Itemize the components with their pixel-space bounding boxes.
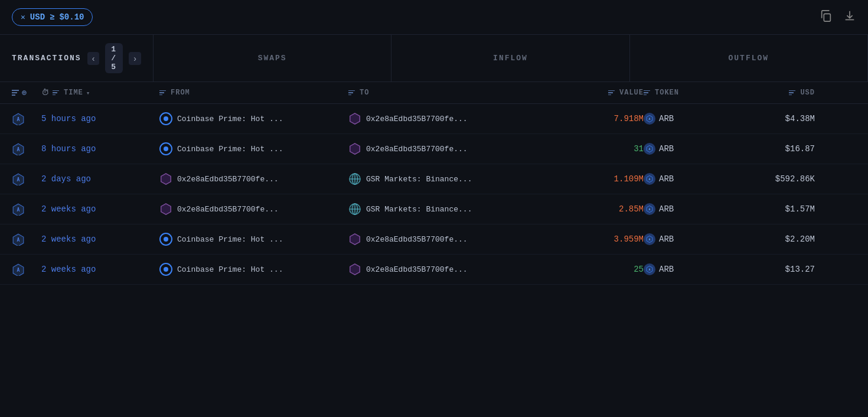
svg-marker-8 bbox=[350, 144, 360, 154]
svg-text:A: A bbox=[649, 177, 651, 181]
page-indicator: 1 / 5 bbox=[105, 43, 123, 73]
row-to[interactable]: GSR Markets: Binance... bbox=[348, 203, 549, 216]
row-from[interactable]: 0x2e8aEdbd35B7700fe... bbox=[159, 172, 348, 185]
table-row[interactable]: A 2 days ago 0x2e8aEdbd35B7700fe... GSR … bbox=[0, 164, 868, 194]
svg-text:A: A bbox=[17, 117, 20, 122]
coinbase-icon bbox=[159, 112, 172, 125]
row-time: 2 weeks ago bbox=[41, 204, 159, 214]
col-header-icons: ⊕ bbox=[12, 88, 41, 97]
svg-text:A: A bbox=[17, 177, 20, 183]
svg-text:A: A bbox=[17, 147, 20, 152]
arb-token-icon: A bbox=[644, 203, 655, 215]
clock-icon: ⏱ bbox=[41, 89, 50, 97]
next-page-button[interactable]: › bbox=[129, 52, 141, 65]
top-bar: ✕ USD ≥ $0.10 bbox=[0, 0, 868, 35]
filter-gte: ≥ bbox=[50, 12, 54, 22]
svg-text:A: A bbox=[649, 237, 651, 241]
token-filter-icon[interactable] bbox=[644, 90, 650, 96]
row-usd: $4.38M bbox=[738, 114, 815, 123]
row-usd: $1.57M bbox=[738, 204, 815, 214]
table-row[interactable]: A 2 weeks ago Coinbase Prime: Hot ... 0x… bbox=[0, 224, 868, 255]
table-row[interactable]: A 5 hours ago Coinbase Prime: Hot ... 0x… bbox=[0, 104, 868, 134]
row-from[interactable]: Coinbase Prime: Hot ... bbox=[159, 233, 348, 246]
row-value: 7.918M bbox=[549, 114, 644, 123]
remove-filter-icon[interactable]: ✕ bbox=[21, 12, 25, 22]
arb-token-icon: A bbox=[644, 263, 655, 275]
row-to[interactable]: 0x2e8aEdbd35B7700fe... bbox=[348, 263, 549, 276]
row-chain-icon: A bbox=[12, 263, 41, 276]
row-from[interactable]: 0x2e8aEdbd35B7700fe... bbox=[159, 203, 348, 216]
row-chain-icon: A bbox=[12, 172, 41, 185]
row-token: A ARB bbox=[644, 263, 738, 275]
row-chain-icon: A bbox=[12, 203, 41, 216]
row-time: 5 hours ago bbox=[41, 114, 159, 123]
arb-token-icon: A bbox=[644, 143, 655, 155]
row-usd: $16.87 bbox=[738, 144, 815, 154]
tab-inflow[interactable]: INFLOW bbox=[391, 35, 629, 82]
col-header-value[interactable]: VALUE bbox=[549, 89, 644, 97]
svg-text:A: A bbox=[649, 207, 651, 211]
row-to[interactable]: 0x2e8aEdbd35B7700fe... bbox=[348, 233, 549, 246]
arb-token-icon: A bbox=[644, 233, 655, 245]
top-icons bbox=[820, 9, 856, 25]
tab-transactions[interactable]: TRANSACTIONS ‹ 1 / 5 › bbox=[0, 35, 154, 82]
transactions-table: A 5 hours ago Coinbase Prime: Hot ... 0x… bbox=[0, 104, 868, 285]
row-chain-icon: A bbox=[12, 112, 41, 125]
to-filter-icon[interactable] bbox=[348, 90, 355, 96]
row-value: 25 bbox=[549, 265, 644, 274]
prev-page-button[interactable]: ‹ bbox=[87, 52, 100, 65]
col-header-from[interactable]: FROM bbox=[159, 89, 348, 97]
row-value: 31 bbox=[549, 144, 644, 154]
col-header-usd[interactable]: USD bbox=[738, 89, 815, 97]
svg-marker-36 bbox=[350, 264, 360, 275]
tab-swaps[interactable]: SWAPS bbox=[154, 35, 391, 82]
row-chain-icon: A bbox=[12, 142, 41, 155]
row-from[interactable]: Coinbase Prime: Hot ... bbox=[159, 142, 348, 155]
row-time: 8 hours ago bbox=[41, 144, 159, 154]
filter-icon[interactable] bbox=[12, 90, 19, 96]
tabs-row: TRANSACTIONS ‹ 1 / 5 › SWAPS INFLOW OUTF… bbox=[0, 35, 868, 82]
col-header-time[interactable]: ⏱ TIME ▾ bbox=[41, 89, 159, 97]
row-time: 2 weeks ago bbox=[41, 265, 159, 274]
row-chain-icon: A bbox=[12, 233, 41, 246]
svg-text:A: A bbox=[649, 117, 651, 120]
svg-text:A: A bbox=[649, 268, 651, 271]
arb-token-icon: A bbox=[644, 113, 655, 125]
time-filter-icon[interactable] bbox=[53, 90, 59, 96]
svg-marker-31 bbox=[350, 234, 360, 245]
row-value: 3.959M bbox=[549, 234, 644, 244]
row-usd: $592.86K bbox=[738, 174, 815, 184]
table-row[interactable]: A 2 weeks ago 0x2e8aEdbd35B7700fe... GSR… bbox=[0, 194, 868, 224]
coinbase-icon bbox=[159, 263, 172, 276]
row-from[interactable]: Coinbase Prime: Hot ... bbox=[159, 263, 348, 276]
filter-currency: USD bbox=[30, 12, 45, 22]
row-usd: $2.20M bbox=[738, 234, 815, 244]
row-from[interactable]: Coinbase Prime: Hot ... bbox=[159, 112, 348, 125]
row-value: 1.109M bbox=[549, 174, 644, 184]
coinbase-icon bbox=[159, 233, 172, 246]
time-dropdown-icon[interactable]: ▾ bbox=[86, 89, 91, 97]
row-to[interactable]: 0x2e8aEdbd35B7700fe... bbox=[348, 112, 549, 125]
svg-text:A: A bbox=[17, 237, 20, 243]
from-filter-icon[interactable] bbox=[159, 90, 166, 96]
table-row[interactable]: A 8 hours ago Coinbase Prime: Hot ... 0x… bbox=[0, 134, 868, 164]
download-icon[interactable] bbox=[843, 9, 856, 25]
filter-badge[interactable]: ✕ USD ≥ $0.10 bbox=[12, 8, 93, 26]
row-token: A ARB bbox=[644, 113, 738, 125]
row-to[interactable]: GSR Markets: Binance... bbox=[348, 172, 549, 185]
col-header-to[interactable]: TO bbox=[348, 89, 549, 97]
table-row[interactable]: A 2 weeks ago Coinbase Prime: Hot ... 0x… bbox=[0, 255, 868, 285]
row-token: A ARB bbox=[644, 203, 738, 215]
link-icon: ⊕ bbox=[22, 88, 27, 97]
usd-filter-icon[interactable] bbox=[789, 90, 795, 96]
row-to[interactable]: 0x2e8aEdbd35B7700fe... bbox=[348, 142, 549, 155]
row-token: A ARB bbox=[644, 143, 738, 155]
col-header-token[interactable]: TOKEN bbox=[644, 89, 738, 97]
tab-outflow[interactable]: OUTFLOW bbox=[630, 35, 868, 82]
row-token: A ARB bbox=[644, 233, 738, 245]
value-filter-icon[interactable] bbox=[608, 90, 615, 96]
row-value: 2.85M bbox=[549, 204, 644, 214]
row-time: 2 days ago bbox=[41, 174, 159, 184]
svg-text:A: A bbox=[649, 147, 651, 151]
copy-icon[interactable] bbox=[820, 9, 833, 25]
